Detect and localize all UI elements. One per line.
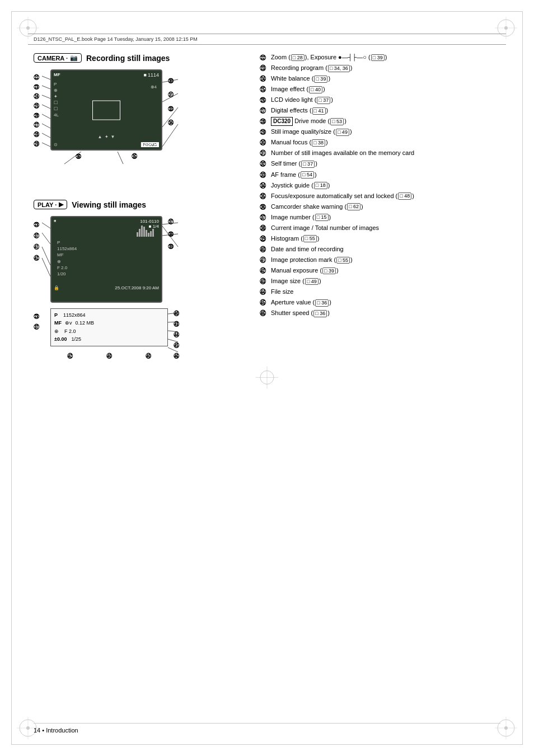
view-shutter-val: 1/20 [57, 271, 77, 277]
lcd-viewing-screen: ■ 101-0110 ■ 1/4 [50, 216, 162, 303]
ann-29: ㉙ Still image quality/size (□ 49) [260, 128, 500, 137]
histogram-visual [137, 223, 159, 237]
svg-line-30 [42, 223, 50, 228]
ann-45: ㊺ Aperture value (□ 36) [260, 298, 500, 308]
ann-27: ㉗ Digital effects (□ 41) [260, 106, 500, 116]
svg-line-35 [162, 234, 178, 236]
svg-line-20 [42, 114, 50, 119]
view-center-info: P 1152x864 MF ⊕ F 2.0 1/20 [57, 240, 77, 277]
view-lc-23: ㉓ [34, 311, 39, 322]
hist-bar-7 [150, 231, 152, 237]
view-mf: MF [57, 252, 77, 258]
svg-line-32 [42, 247, 50, 265]
svg-line-34 [162, 223, 178, 224]
lcd-image-count: ■ 1114 [144, 72, 159, 78]
ann-25: ㉕ Image effect (□ 40) [260, 85, 500, 95]
lower-exposure-val: ±0.00 [54, 335, 67, 343]
lcd-focus-box [92, 100, 120, 120]
lcd-icon-effect: ✦ [54, 94, 59, 99]
view-aperture-val: F 2.0 [57, 265, 77, 271]
view-program: P [57, 240, 77, 246]
lcd-icons-column: P ⊕ ✦ ☐ ☐ 4L [54, 82, 59, 118]
view-bottom-callouts-row: ㊷ ㊵ ㊵ [50, 353, 168, 359]
svg-line-24 [162, 79, 178, 82]
play-badge: PLAY · ▶ [34, 200, 67, 209]
play-badge-text: PLAY · [38, 201, 57, 208]
svg-line-16 [42, 76, 50, 79]
svg-line-26 [162, 107, 178, 127]
lower-exp-icon: ⊕v [65, 319, 72, 327]
view-protect-icon: 🔒 [54, 285, 59, 290]
view-bc-40: ㊵ [146, 353, 151, 359]
ann-35: ㉟ Focus/exposure automatically set and l… [260, 192, 500, 201]
lcd-bottom-nav: ▲ ✦ ▼ [98, 134, 115, 139]
hist-bar-2 [139, 229, 140, 237]
view-lower-row3: ⊕ F 2.0 [54, 327, 164, 335]
ann-42: ㊷ Manual exposure (□ 39) [260, 266, 500, 276]
view-bc-29: ㊵ [106, 353, 112, 359]
view-lower-row1: P 1152x864 [54, 311, 164, 319]
nav-icon-up: ▲ [98, 134, 102, 139]
camera-icon: 📷 [70, 54, 78, 62]
viewing-title-text: Viewing still images [72, 200, 146, 209]
hist-bar-4 [143, 227, 145, 237]
svg-line-17 [42, 86, 50, 89]
lower-filesize: 0.12 MB [76, 319, 95, 327]
view-lower-info: P 1152x864 MF ⊕v 0.12 MB ⊕ F 2.0 [50, 308, 168, 346]
lcd-view-content: ■ 101-0110 ■ 1/4 [51, 217, 161, 302]
lcd-viewing-container: ■ 101-0110 ■ 1/4 [50, 216, 162, 303]
camera-badge: CAMERA · 📷 [34, 53, 82, 63]
ann-33: ㉝ AF frame (□ 54) [260, 171, 500, 180]
svg-line-37 [168, 313, 178, 314]
ann-37: ㊲ Image number (□ 15) [260, 213, 500, 223]
lcd-icon-wb: ⊕ [54, 88, 59, 93]
view-below-lcd: ㉓ ㊲ P 1152x864 MF ⊕v 0.12 MB [50, 308, 196, 346]
lcd-icon-light: ☐ [54, 100, 59, 105]
ann-36: ㊱ Camcorder shake warning (□ 62) [260, 203, 500, 212]
svg-line-38 [168, 322, 178, 322]
view-date-bar: 🔒 25.OCT.2008 9:20 AM [54, 285, 159, 290]
page-footer: 14 • Introduction [34, 723, 500, 734]
svg-line-31 [42, 233, 50, 244]
svg-line-27 [162, 124, 178, 147]
svg-line-21 [42, 124, 50, 128]
svg-line-39 [168, 331, 178, 332]
view-lower-left-callouts: ㉓ ㊲ [34, 311, 39, 332]
nav-icon-down: ▼ [111, 134, 115, 139]
lower-exp-icon2: ⊕ [54, 327, 59, 335]
hist-bar-1 [137, 232, 138, 237]
dc-badge: DC320 [271, 117, 293, 126]
svg-line-33 [42, 258, 50, 276]
svg-line-19 [42, 105, 50, 109]
ann-28: ㉘ DC320 Drive mode (□ 53) [260, 117, 500, 126]
ann-40: ㊵ Date and time of recording [260, 245, 500, 255]
view-lc-30: ㊲ [34, 322, 39, 332]
svg-line-41 [168, 348, 178, 352]
ann-30: ㉚ Manual focus (□ 38) [260, 138, 500, 148]
lcd-icon-dig: ☐ [54, 106, 59, 111]
ann-38: ㊳ Current image / Total number of images [260, 224, 500, 233]
lower-aper: F 2.0 [64, 327, 76, 335]
svg-line-23 [42, 143, 50, 147]
view-date-text: 25.OCT.2008 9:20 AM [115, 285, 159, 290]
ann-44: ㊹ File size [260, 288, 500, 297]
hist-bar-3 [141, 226, 143, 237]
recording-title-text: Recording still images [86, 54, 170, 63]
view-lower-right-lines [168, 308, 185, 364]
svg-line-22 [42, 133, 50, 138]
hist-bar-8 [152, 229, 154, 237]
lcd-next-label: NEXT ▼ [140, 142, 159, 147]
lcd-count-text: 1114 [148, 72, 159, 78]
lcd-icon-size: 4L [54, 112, 59, 118]
ann-34: ㉞ Joystick guide (□ 18) [260, 181, 500, 191]
lcd-4-label: ⊕4 [151, 84, 157, 90]
lcd-recording-container: MF ■ 1114 P ⊕ ✦ ☐ ☐ [50, 69, 162, 151]
play-icon: ▶ [59, 201, 63, 208]
hist-bar-6 [148, 233, 149, 237]
ann-41: ㊶ Image protection mark (□ 55) [260, 256, 500, 265]
ann-32: ㉜ Self timer (□ 37) [260, 159, 500, 169]
lcd-top-bar: MF ■ 1114 [51, 71, 161, 78]
lcd-mf-label: MF [54, 72, 60, 77]
view-resolution: 1152x864 [57, 246, 77, 252]
ann-26: ㉖ LCD video light (□ 37) [260, 96, 500, 105]
